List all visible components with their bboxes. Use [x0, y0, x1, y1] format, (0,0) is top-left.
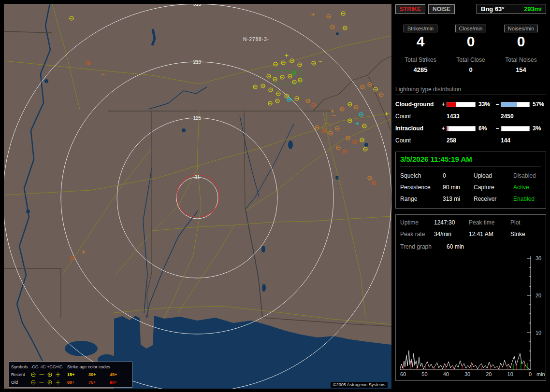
close-per-min-value: 0: [446, 33, 496, 50]
age-code-75: 75+: [88, 380, 105, 385]
age-code-45: 45+: [110, 372, 126, 377]
ic-plus-bar-fill: [447, 126, 449, 131]
trend-graph-value: 60 min: [447, 243, 544, 250]
uptime-value: 1247:30: [434, 219, 469, 226]
x-axis-unit: min: [536, 371, 545, 377]
ic-minus-pct: 3%: [530, 125, 544, 132]
noises-per-min-value: 0: [496, 33, 546, 50]
svg-text:219: 219: [193, 59, 202, 65]
strike-button[interactable]: STRIKE: [395, 4, 425, 14]
noises-per-min-chip[interactable]: Noises/min: [504, 25, 538, 32]
distribution-grid: Cloud-ground + 33% − 57% Count 1433 2450…: [395, 101, 546, 144]
x-tick-60: 60: [400, 371, 406, 377]
strikes-per-min-counter: Strikes/min 4 Total Strikes 4285: [395, 24, 446, 73]
circle-plus-icon: [47, 379, 55, 385]
minus-sign: −: [494, 101, 501, 108]
legend-recent-label: Recent: [11, 372, 30, 377]
cloud-ground-label: Cloud-ground: [395, 101, 440, 108]
strikes-per-min-chip[interactable]: Strikes/min: [404, 25, 437, 32]
range-label: Range: [400, 196, 443, 202]
rate-counters: Strikes/min 4 Total Strikes 4285 Close/m…: [395, 24, 546, 73]
x-tick-10: 10: [507, 371, 513, 377]
legend-recent-row: Recent 15+ 30+ 45+: [11, 371, 130, 378]
total-strikes-label: Total Strikes: [395, 56, 446, 63]
trend-graph: 30 20 10 60 50 40 30 20 10 0 min: [400, 255, 544, 379]
legend-header-row: Symbols -CG -IC +CG +IC Strike age color…: [11, 363, 130, 371]
x-tick-50: 50: [421, 371, 427, 377]
status-grid: Squelch 0 Upload Disabled Persistence 90…: [400, 172, 541, 202]
cg-count-label: Count: [395, 113, 440, 120]
trend-graph-label: Trend graph: [400, 243, 447, 250]
peak-rate-label: Peak rate: [400, 231, 434, 238]
receiver-label: Receiver: [474, 196, 513, 202]
capture-label: Capture: [474, 184, 513, 191]
distribution-title: Lightning type distribution: [395, 86, 546, 95]
x-tick-40: 40: [443, 371, 449, 377]
age-code-15: 15+: [67, 372, 84, 377]
trend-x-axis-labels: 60 50 40 30 20 10 0 min: [400, 371, 545, 377]
lightning-map[interactable]: 31321912531 N-2788·3- Symbols -CG -IC +C…: [4, 4, 391, 389]
ic-minus-bar-fill: [501, 126, 502, 131]
age-code-90: 90+: [110, 380, 126, 385]
range-value: 313 mi: [443, 196, 474, 202]
x-tick-20: 20: [486, 371, 492, 377]
receiver-value: Enabled: [513, 196, 541, 202]
map-canvas[interactable]: 31321912531: [4, 4, 391, 389]
ic-minus-bar: [501, 126, 530, 131]
divider: [400, 167, 541, 167]
minus-icon: [39, 379, 47, 385]
minus-sign: −: [494, 125, 501, 132]
nav-waypoint-label: N-2788·3-: [243, 37, 269, 42]
minus-icon: [39, 372, 47, 378]
uptime-label: Uptime: [400, 219, 434, 226]
datetime-display: 3/5/2026 11:45:19 AM: [400, 155, 541, 163]
cg-plus-count: 1433: [447, 113, 494, 120]
legend-old-row: Old 60+ 75+ 90+: [11, 378, 130, 386]
close-per-min-chip[interactable]: Close/min: [455, 25, 487, 32]
x-tick-0: 0: [529, 371, 532, 377]
stats-box: Uptime 1247:30 Peak time Plot Peak rate …: [395, 214, 546, 381]
persistence-value: 90 min: [443, 184, 474, 191]
trend-y-axis-labels: 30 20 10: [534, 255, 545, 371]
y-tick-20: 20: [536, 293, 541, 298]
peak-time-value: 12:41 AM: [469, 231, 510, 238]
capture-value: Active: [513, 184, 541, 191]
total-close-label: Total Close: [446, 56, 496, 63]
total-noises-label: Total Noises: [496, 56, 546, 63]
noise-button[interactable]: NOISE: [428, 4, 455, 14]
total-strikes-value: 4285: [395, 66, 446, 73]
trend-graph-row: Trend graph 60 min: [400, 243, 544, 250]
plus-icon: [55, 372, 63, 378]
persistence-label: Persistence: [400, 184, 443, 191]
circle-minus-icon: [30, 379, 39, 385]
legend-age-header: Strike age color codes: [63, 364, 126, 369]
age-code-60: 60+: [67, 380, 84, 385]
squelch-label: Squelch: [400, 172, 443, 179]
trend-chart-canvas: [400, 255, 532, 371]
cg-minus-count: 2450: [501, 113, 544, 120]
peak-rate-value: 34/min: [434, 231, 469, 238]
ic-minus-count: 144: [501, 137, 544, 144]
legend-type-header-pic: +IC: [55, 364, 63, 369]
plus-sign: +: [440, 125, 447, 132]
ic-count-label: Count: [395, 137, 440, 144]
total-close-value: 0: [446, 66, 496, 73]
svg-text:313: 313: [193, 4, 202, 7]
cg-minus-bar-fill: [501, 102, 517, 107]
cg-minus-pct: 57%: [530, 101, 544, 108]
legend-type-header-nic: -IC: [39, 364, 47, 369]
cg-plus-pct: 33%: [476, 101, 494, 108]
trend-axes: [400, 256, 531, 370]
panel-topbar: STRIKE NOISE Bng 63° 293mi: [395, 4, 546, 14]
circle-plus-icon: [47, 372, 55, 378]
y-tick-10: 10: [536, 330, 541, 336]
plot-label: Plot: [510, 219, 544, 226]
legend-symbols-header: Symbols: [11, 364, 30, 369]
strikes-per-min-value: 4: [395, 33, 446, 50]
x-tick-30: 30: [464, 371, 470, 377]
ic-plus-count: 258: [447, 137, 494, 144]
y-tick-30: 30: [536, 255, 541, 261]
close-per-min-counter: Close/min 0 Total Close 0: [446, 24, 496, 73]
bearing-distance: 293mi: [524, 5, 542, 13]
cg-minus-bar: [501, 102, 530, 107]
